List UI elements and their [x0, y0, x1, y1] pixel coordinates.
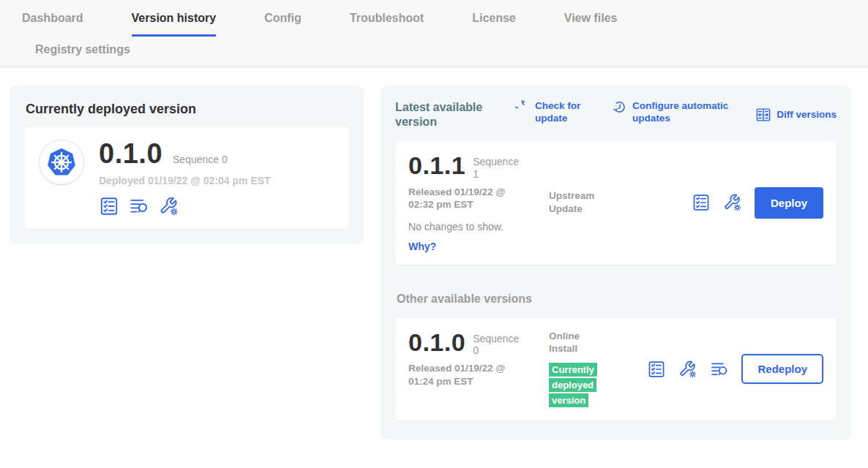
diff-icon — [755, 107, 771, 123]
latest-version-source: Upstream Update — [549, 189, 607, 215]
tab-registry-settings[interactable]: Registry settings — [35, 43, 868, 56]
no-changes-text: No changes to show. — [408, 221, 549, 233]
nav-tabs-row-2: Registry settings — [0, 37, 868, 67]
deployed-version-number: 0.1.0 — [99, 140, 162, 167]
nav-tabs-row-1: Dashboard Version history Config Trouble… — [0, 0, 868, 37]
currently-deployed-panel: Currently deployed version 0.1.0 Sequenc… — [10, 86, 364, 244]
check-for-update-link[interactable]: Check for update — [515, 100, 586, 125]
other-version-source: Online Install — [549, 330, 594, 355]
deploy-logs-icon[interactable] — [129, 196, 149, 216]
preflight-checks-icon[interactable] — [99, 196, 119, 216]
deployed-timestamp: Deployed 01/19/22 @ 02:04 pm EST — [99, 175, 271, 186]
currently-deployed-badge: Currently deployed version — [549, 363, 597, 407]
config-icon[interactable] — [723, 193, 742, 212]
refresh-icon — [515, 100, 530, 115]
tab-troubleshoot[interactable]: Troubleshoot — [350, 12, 424, 37]
config-icon[interactable] — [159, 196, 179, 216]
preflight-checks-icon[interactable] — [692, 193, 711, 212]
diff-versions-link[interactable]: Diff versions — [755, 105, 837, 125]
other-released-timestamp: Released 01/19/22 @ 01:24 pm EST — [408, 362, 525, 388]
latest-released-timestamp: Released 01/19/22 @ 02:32 pm EST — [408, 186, 525, 211]
currently-deployed-card: 0.1.0 Sequence 0 Deployed 01/19/22 @ 02:… — [24, 127, 349, 229]
deployed-sequence-label: Sequence 0 — [173, 154, 228, 166]
other-sequence-label: Sequence 0 — [473, 330, 520, 358]
configure-automatic-updates-link[interactable]: Configure automatic updates — [613, 100, 729, 125]
tab-license[interactable]: License — [472, 12, 516, 37]
tab-config[interactable]: Config — [264, 12, 302, 37]
other-available-versions-title: Other available versions — [397, 292, 837, 306]
check-for-update-label: Check for update — [535, 100, 586, 125]
auto-update-icon — [613, 100, 627, 115]
currently-deployed-title: Currently deployed version — [26, 102, 349, 117]
tab-version-history[interactable]: Version history — [132, 12, 217, 37]
latest-version-card: 0.1.1 Sequence 1 Released 01/19/22 @ 02:… — [395, 141, 837, 265]
redeploy-button[interactable]: Redeploy — [741, 354, 823, 384]
deploy-logs-icon[interactable] — [710, 360, 729, 379]
app-logo — [39, 140, 84, 185]
kubernetes-logo-icon — [45, 146, 78, 179]
why-link[interactable]: Why? — [408, 241, 436, 252]
other-version-number: 0.1.0 — [408, 330, 465, 355]
diff-versions-label: Diff versions — [777, 109, 837, 121]
other-version-card: 0.1.0 Sequence 0 Released 01/19/22 @ 01:… — [395, 318, 837, 420]
tab-dashboard[interactable]: Dashboard — [22, 12, 83, 37]
latest-sequence-label: Sequence 1 — [473, 153, 520, 181]
main-content: Currently deployed version 0.1.0 Sequenc… — [0, 67, 868, 439]
preflight-checks-icon[interactable] — [647, 360, 666, 379]
available-versions-panel: Latest available version Check for updat… — [381, 86, 851, 439]
configure-automatic-updates-label: Configure automatic updates — [632, 100, 729, 125]
tab-view-files[interactable]: View files — [564, 12, 618, 37]
config-icon[interactable] — [678, 360, 697, 379]
latest-available-title: Latest available version — [395, 100, 499, 129]
latest-version-number: 0.1.1 — [408, 153, 465, 178]
deploy-button[interactable]: Deploy — [755, 187, 823, 219]
top-navigation: Dashboard Version history Config Trouble… — [0, 0, 868, 67]
